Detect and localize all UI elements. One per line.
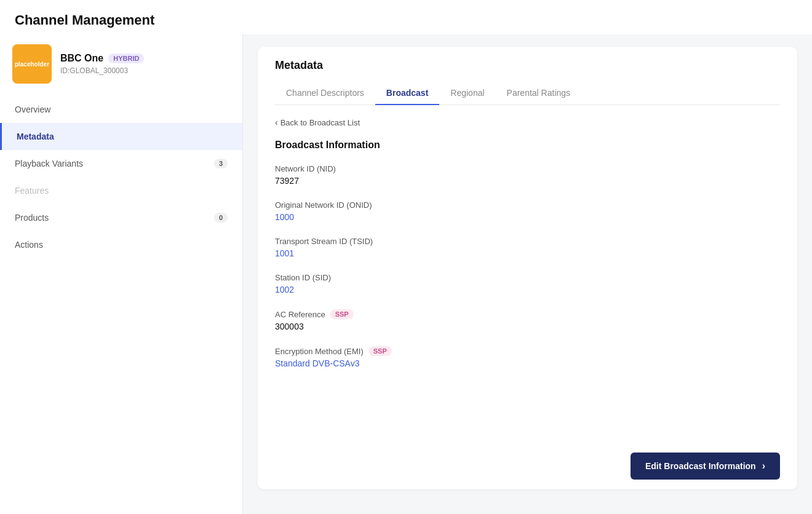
field-value-original-network-id: 1000 [275,212,780,222]
back-chevron-icon: ‹ [275,117,278,127]
products-badge: 0 [214,213,228,223]
field-label-encryption-method: Encryption Method (EMI) SSP [275,346,780,356]
tab-broadcast[interactable]: Broadcast [375,82,439,105]
field-value-network-id: 73927 [275,176,780,186]
tab-parental-ratings[interactable]: Parental Ratings [496,82,582,105]
back-link-text: Back to Broadcast List [281,118,360,127]
broadcast-information-title: Broadcast Information [275,140,780,151]
tab-label-broadcast: Broadcast [386,88,428,98]
card-body: ‹ Back to Broadcast List Broadcast Infor… [258,105,797,432]
card-header: Metadata Channel Descriptors Broadcast R… [258,47,797,105]
sidebar: placeholder BBC One HYBRID ID:GLOBAL_300… [0,34,243,514]
channel-id: ID:GLOBAL_300003 [60,66,144,75]
hybrid-badge: HYBRID [108,53,144,63]
logo-placeholder-text: placeholder [15,61,49,68]
tab-label-channel-descriptors: Channel Descriptors [286,88,364,98]
field-ac-reference: AC Reference SSP 300003 [275,309,780,331]
page-title: Channel Management [15,12,797,28]
sidebar-item-features: Features [0,177,242,204]
field-encryption-method: Encryption Method (EMI) SSP Standard DVB… [275,346,780,368]
main-content: Metadata Channel Descriptors Broadcast R… [243,34,812,514]
tab-channel-descriptors[interactable]: Channel Descriptors [275,82,375,105]
sidebar-item-overview[interactable]: Overview [0,96,242,123]
field-label-ac-reference: AC Reference SSP [275,309,780,319]
tab-regional[interactable]: Regional [439,82,495,105]
edit-button-chevron-icon: › [762,461,765,472]
nav-label-playback-variants: Playback Variants [15,159,83,168]
nav-label-actions: Actions [15,240,43,250]
nav-label-features: Features [15,186,49,196]
app-layout: Channel Management placeholder BBC One H… [0,0,812,514]
tab-label-regional: Regional [450,88,484,98]
sidebar-item-products[interactable]: Products 0 [0,204,242,231]
page-header: Channel Management [0,0,812,34]
sidebar-item-metadata[interactable]: Metadata [0,123,242,150]
sidebar-item-actions[interactable]: Actions [0,231,242,258]
field-value-station-id: 1002 [275,285,780,295]
sidebar-item-playback-variants[interactable]: Playback Variants 3 [0,150,242,177]
field-transport-stream-id: Transport Stream ID (TSID) 1001 [275,237,780,258]
ssp-badge-ac-reference: SSP [330,309,354,319]
field-value-transport-stream-id: 1001 [275,248,780,258]
field-network-id: Network ID (NID) 73927 [275,164,780,186]
field-value-encryption-method: Standard DVB-CSAv3 [275,358,780,368]
nav-label-metadata: Metadata [17,132,54,141]
edit-broadcast-information-button[interactable]: Edit Broadcast Information › [631,453,780,480]
channel-logo: placeholder [12,44,52,84]
field-label-station-id: Station ID (SID) [275,273,780,282]
field-station-id: Station ID (SID) 1002 [275,273,780,295]
channel-name-row: BBC One HYBRID [60,53,144,64]
content-area: placeholder BBC One HYBRID ID:GLOBAL_300… [0,34,812,514]
channel-info: placeholder BBC One HYBRID ID:GLOBAL_300… [0,44,242,96]
field-label-original-network-id: Original Network ID (ONID) [275,200,780,210]
ssp-badge-encryption-method: SSP [368,346,392,356]
channel-details: BBC One HYBRID ID:GLOBAL_300003 [60,53,144,75]
metadata-card: Metadata Channel Descriptors Broadcast R… [258,47,797,489]
playback-variants-badge: 3 [214,159,228,168]
back-to-broadcast-list-link[interactable]: ‹ Back to Broadcast List [275,117,780,127]
channel-name: BBC One [60,53,103,64]
tabs-row: Channel Descriptors Broadcast Regional P… [275,82,780,105]
nav-label-products: Products [15,213,49,223]
field-value-ac-reference: 300003 [275,322,780,331]
tab-label-parental-ratings: Parental Ratings [507,88,571,98]
card-title: Metadata [275,59,780,82]
edit-button-label: Edit Broadcast Information [645,461,756,471]
field-label-transport-stream-id: Transport Stream ID (TSID) [275,237,780,246]
card-footer: Edit Broadcast Information › [613,443,797,489]
nav-label-overview: Overview [15,105,50,114]
field-label-network-id: Network ID (NID) [275,164,780,173]
field-original-network-id: Original Network ID (ONID) 1000 [275,200,780,222]
